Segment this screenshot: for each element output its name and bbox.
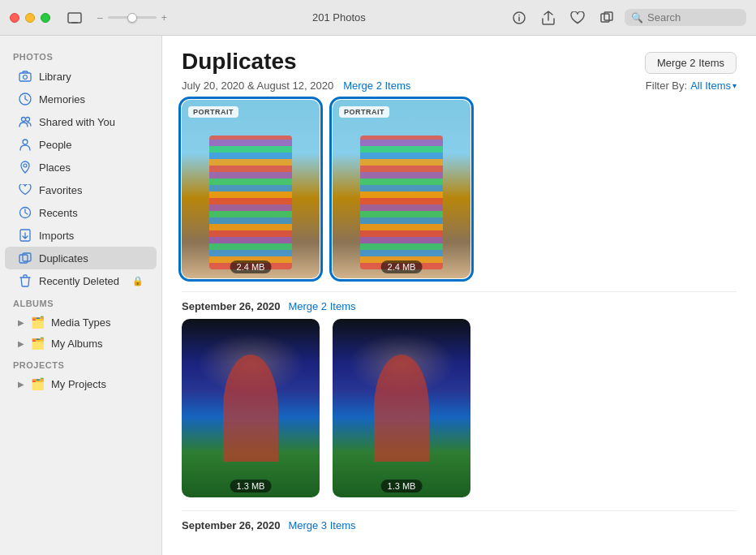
photo-size-4: 1.3 MB (381, 480, 423, 493)
portrait-badge-2: PORTRAIT (339, 106, 389, 118)
photo-card-3[interactable]: 1.3 MB (182, 319, 320, 497)
places-label: Places (39, 161, 144, 174)
sidebar-item-recently-deleted[interactable]: Recently Deleted 🔒 (5, 269, 157, 292)
recents-label: Recents (39, 207, 144, 219)
photo-grid-2: 1.3 MB 1.3 MB (182, 319, 737, 497)
minimize-button[interactable] (25, 13, 35, 23)
photo-size-3: 1.3 MB (230, 480, 272, 493)
sidebar-item-shared-with-you[interactable]: Shared with You (5, 110, 157, 133)
lock-icon: 🔒 (132, 276, 144, 286)
sidebar-section-projects: Projects (0, 354, 161, 373)
search-icon: 🔍 (631, 12, 643, 24)
merge-header-button[interactable]: Merge 2 Items (645, 52, 737, 74)
people-icon (18, 137, 32, 152)
shared-icon (18, 114, 32, 129)
photo-size-1: 2.4 MB (230, 260, 272, 273)
maximize-button[interactable] (41, 13, 50, 23)
sidebar-item-memories[interactable]: Memories (5, 88, 157, 110)
sidebar-item-my-projects[interactable]: ▶ 🗂️ My Projects (5, 373, 157, 394)
photo-size-2: 2.4 MB (381, 260, 423, 273)
close-button[interactable] (10, 13, 19, 23)
traffic-lights (10, 13, 50, 23)
imports-icon (18, 228, 32, 243)
sidebar-item-people[interactable]: People (5, 133, 157, 156)
trash-icon (18, 273, 32, 288)
photo-card-1[interactable]: PORTRAIT 2.4 MB (182, 100, 320, 278)
chevron-right-icon-projects: ▶ (18, 380, 24, 389)
share-button[interactable] (537, 6, 560, 29)
recently-deleted-label: Recently Deleted (39, 275, 126, 287)
filter-row: Filter By: All Items ▾ (646, 80, 737, 92)
filter-label: Filter By: (646, 80, 687, 92)
favorites-label: Favorites (39, 184, 144, 196)
search-input[interactable] (647, 11, 740, 24)
sidebar-item-recents[interactable]: Recents (5, 201, 157, 224)
photo-group-3: September 26, 2020 Merge 3 Items (162, 510, 756, 551)
photo-group-1: PORTRAIT 2.4 MB PORTRAIT 2.4 MB (162, 100, 756, 291)
chevron-right-icon-albums: ▶ (18, 339, 24, 348)
content-area: Duplicates Merge 2 Items July 20, 2020 &… (162, 36, 756, 555)
recents-icon (18, 205, 32, 220)
group2-date: September 26, 2020 (182, 300, 280, 312)
library-label: Library (39, 71, 144, 83)
section-header-3: September 26, 2020 Merge 3 Items (182, 510, 737, 538)
favorite-button[interactable] (566, 6, 589, 29)
memories-label: Memories (39, 93, 144, 105)
photo-card-4[interactable]: 1.3 MB (333, 319, 470, 497)
library-icon (18, 69, 32, 84)
sidebar-item-imports[interactable]: Imports (5, 224, 157, 247)
svg-point-13 (23, 140, 28, 144)
photo-grid-1: PORTRAIT 2.4 MB PORTRAIT 2.4 MB (182, 100, 737, 278)
photo-card-2[interactable]: PORTRAIT 2.4 MB (333, 100, 470, 278)
svg-point-5 (518, 14, 520, 15)
content-header: Duplicates Merge 2 Items July 20, 2020 &… (162, 36, 756, 100)
my-albums-label: My Albums (51, 338, 103, 350)
duplicates-icon (18, 251, 32, 265)
group3-merge-link[interactable]: Merge 3 Items (288, 519, 355, 531)
search-box[interactable]: 🔍 (625, 9, 746, 26)
sidebar-item-library[interactable]: Library (5, 65, 157, 88)
svg-rect-8 (19, 73, 31, 81)
sidebar-item-my-albums[interactable]: ▶ 🗂️ My Albums (5, 333, 157, 354)
svg-rect-0 (68, 13, 81, 23)
places-icon (18, 160, 32, 174)
svg-point-12 (26, 118, 30, 122)
main-layout: Photos Library Memories Shared with You … (0, 36, 756, 555)
people-label: People (39, 139, 144, 151)
titlebar-left-controls: – + (63, 9, 170, 27)
page-title: Duplicates (182, 49, 297, 75)
titlebar: – + 201 Photos (0, 0, 756, 36)
titlebar-right-controls: 🔍 (508, 6, 746, 29)
sidebar-section-photos: Photos (0, 45, 161, 65)
memories-icon (18, 92, 32, 106)
group1-merge-link[interactable]: Merge 2 Items (343, 80, 410, 92)
filter-dropdown[interactable]: All Items ▾ (690, 80, 737, 92)
info-button[interactable] (508, 6, 530, 29)
photo-group-2: September 26, 2020 Merge 2 Items 1.3 MB … (162, 291, 756, 510)
chevron-down-icon: ▾ (732, 81, 737, 90)
my-projects-label: My Projects (51, 378, 106, 390)
section-header-2: September 26, 2020 Merge 2 Items (182, 291, 737, 319)
media-types-label: Media Types (51, 316, 110, 329)
rotate-button[interactable] (595, 6, 618, 29)
svg-point-11 (22, 118, 26, 122)
group1-date: July 20, 2020 & August 12, 2020 (182, 80, 333, 92)
slideshow-button[interactable] (63, 9, 86, 27)
sidebar-section-albums: Albums (0, 292, 161, 312)
group2-merge-link[interactable]: Merge 2 Items (288, 300, 355, 312)
sidebar-item-media-types[interactable]: ▶ 🗂️ Media Types (5, 312, 157, 333)
imports-label: Imports (39, 230, 144, 242)
sidebar-item-duplicates[interactable]: Duplicates (5, 247, 157, 269)
chevron-right-icon: ▶ (18, 318, 24, 327)
portrait-badge-1: PORTRAIT (188, 106, 238, 118)
sidebar-item-places[interactable]: Places (5, 156, 157, 179)
sidebar-item-favorites[interactable]: Favorites (5, 179, 157, 201)
sidebar: Photos Library Memories Shared with You … (0, 36, 162, 555)
svg-point-9 (24, 75, 28, 80)
zoom-slider[interactable]: – + (97, 12, 167, 24)
photo-count: 201 Photos (170, 11, 508, 24)
svg-point-14 (24, 164, 27, 167)
duplicates-label: Duplicates (39, 252, 144, 265)
shared-with-you-label: Shared with You (39, 116, 144, 128)
favorites-icon (18, 183, 32, 197)
